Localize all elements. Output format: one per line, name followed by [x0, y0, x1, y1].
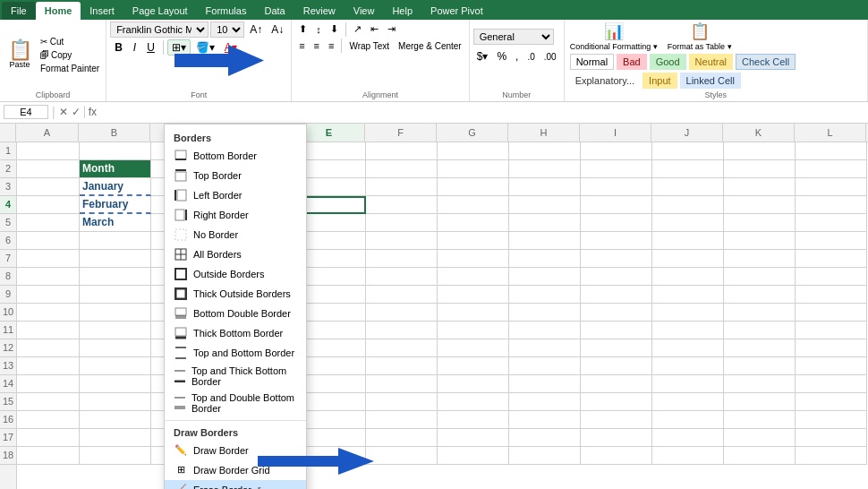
- style-good[interactable]: Good: [650, 54, 686, 70]
- cell-j5[interactable]: [652, 214, 724, 232]
- cell-k11[interactable]: [724, 322, 796, 339]
- cell-l7[interactable]: [796, 250, 867, 268]
- col-header-j[interactable]: J: [651, 124, 723, 142]
- cell-g6[interactable]: [438, 232, 509, 250]
- cell-g10[interactable]: [438, 304, 509, 322]
- cell-j17[interactable]: [652, 429, 724, 447]
- cell-h4[interactable]: [509, 196, 581, 214]
- cell-h7[interactable]: [509, 250, 581, 268]
- cell-b11[interactable]: [80, 322, 151, 339]
- cell-g1[interactable]: [438, 142, 509, 160]
- col-header-l[interactable]: L: [795, 124, 866, 142]
- row-header-5[interactable]: 5: [0, 214, 16, 232]
- cell-j12[interactable]: [652, 339, 724, 357]
- cell-b7[interactable]: [80, 250, 151, 268]
- paste-button[interactable]: 📋 Paste: [4, 39, 36, 71]
- cell-h17[interactable]: [509, 429, 581, 447]
- tab-formulas[interactable]: Formulas: [197, 2, 256, 20]
- left-border-item[interactable]: Left Border: [165, 185, 306, 205]
- cell-a18[interactable]: [17, 447, 80, 465]
- cell-a5[interactable]: [17, 214, 80, 232]
- cell-g12[interactable]: [438, 339, 509, 357]
- cell-b17[interactable]: [80, 429, 151, 447]
- cell-j4[interactable]: [652, 196, 724, 214]
- cell-h9[interactable]: [509, 286, 581, 304]
- cell-l6[interactable]: [796, 232, 867, 250]
- thick-bottom-border-item[interactable]: Thick Bottom Border: [165, 323, 306, 343]
- cell-k6[interactable]: [724, 232, 796, 250]
- align-top-button[interactable]: ⬆: [295, 21, 311, 37]
- cell-l1[interactable]: [796, 142, 867, 160]
- row-header-1[interactable]: 1: [0, 142, 16, 160]
- cell-f17[interactable]: [366, 429, 438, 447]
- cell-j7[interactable]: [652, 250, 724, 268]
- cell-f3[interactable]: [366, 178, 438, 196]
- align-center-button[interactable]: ≡: [311, 39, 323, 53]
- cell-l11[interactable]: [796, 322, 867, 339]
- cell-a4[interactable]: [17, 196, 80, 214]
- cell-k18[interactable]: [724, 447, 796, 465]
- fill-color-button[interactable]: 🪣▾: [192, 39, 218, 56]
- cell-h15[interactable]: [509, 393, 581, 411]
- cell-h3[interactable]: [509, 178, 581, 196]
- cell-f7[interactable]: [366, 250, 438, 268]
- cell-b16[interactable]: [80, 411, 151, 429]
- cell-k1[interactable]: [724, 142, 796, 160]
- row-header-3[interactable]: 3: [0, 178, 16, 196]
- cell-i6[interactable]: [581, 232, 652, 250]
- cell-b3[interactable]: January: [80, 178, 151, 196]
- cell-j8[interactable]: [652, 268, 724, 286]
- font-color-button[interactable]: A▾: [220, 39, 242, 56]
- cell-k13[interactable]: [724, 357, 796, 375]
- cell-l17[interactable]: [796, 429, 867, 447]
- cell-b14[interactable]: [80, 375, 151, 393]
- cell-a2[interactable]: [17, 160, 80, 178]
- cell-j9[interactable]: [652, 286, 724, 304]
- cell-f4[interactable]: [366, 196, 438, 214]
- cell-k4[interactable]: [724, 196, 796, 214]
- row-header-2[interactable]: 2: [0, 160, 16, 178]
- increase-decimal-button[interactable]: .0: [523, 50, 538, 64]
- cell-i4[interactable]: [581, 196, 652, 214]
- cell-i17[interactable]: [581, 429, 652, 447]
- col-header-k[interactable]: K: [723, 124, 795, 142]
- cell-g17[interactable]: [438, 429, 509, 447]
- cut-button[interactable]: ✂ Cut: [38, 36, 102, 47]
- cell-h5[interactable]: [509, 214, 581, 232]
- row-header-12[interactable]: 12: [0, 339, 16, 357]
- cell-f10[interactable]: [366, 304, 438, 322]
- percent-button[interactable]: %: [493, 48, 510, 64]
- comma-button[interactable]: ,: [512, 48, 522, 64]
- cell-k3[interactable]: [724, 178, 796, 196]
- cell-l4[interactable]: [796, 196, 867, 214]
- cell-g4[interactable]: [438, 196, 509, 214]
- tab-view[interactable]: View: [345, 2, 384, 20]
- style-explanatory[interactable]: Explanatory...: [570, 73, 640, 88]
- cell-j13[interactable]: [652, 357, 724, 375]
- align-left-button[interactable]: ≡: [295, 39, 308, 53]
- align-middle-button[interactable]: ↕: [312, 22, 325, 37]
- cell-j6[interactable]: [652, 232, 724, 250]
- indent-increase-button[interactable]: ⇥: [384, 21, 399, 37]
- cell-f1[interactable]: [366, 142, 438, 160]
- tab-insert[interactable]: Insert: [81, 2, 123, 20]
- cell-b1[interactable]: [80, 142, 151, 160]
- no-border-item[interactable]: No Border: [165, 225, 306, 244]
- increase-font-button[interactable]: A↑: [246, 21, 266, 38]
- erase-border-item[interactable]: 🧹 Erase Border ↖: [165, 480, 306, 489]
- cell-a15[interactable]: [17, 393, 80, 411]
- cell-b13[interactable]: [80, 357, 151, 375]
- cell-i18[interactable]: [581, 447, 652, 465]
- italic-button[interactable]: I: [129, 39, 140, 56]
- row-header-18[interactable]: 18: [0, 447, 16, 465]
- align-right-button[interactable]: ≡: [325, 39, 337, 53]
- row-header-7[interactable]: 7: [0, 250, 16, 268]
- decrease-decimal-button[interactable]: .00: [540, 50, 560, 64]
- cell-k14[interactable]: [724, 375, 796, 393]
- col-header-a[interactable]: A: [16, 124, 79, 142]
- cell-k15[interactable]: [724, 393, 796, 411]
- cell-h10[interactable]: [509, 304, 581, 322]
- draw-border-item[interactable]: ✏️ Draw Border: [165, 441, 306, 460]
- top-bottom-border-item[interactable]: Top and Bottom Border: [165, 343, 306, 363]
- cell-h6[interactable]: [509, 232, 581, 250]
